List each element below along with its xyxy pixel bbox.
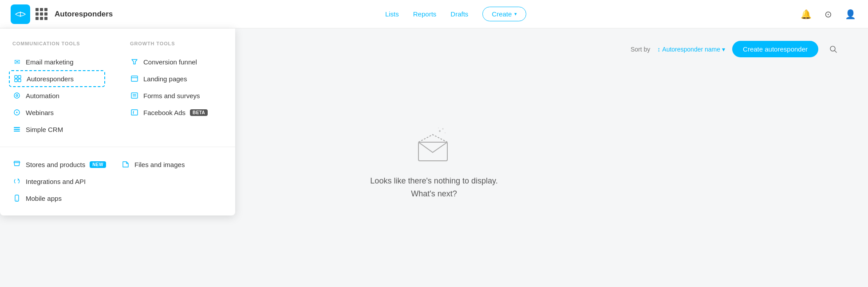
dropdown-top-section: COMMUNICATION TOOLS ✉ Email marketing Au… — [0, 41, 235, 147]
forms-surveys-icon — [130, 91, 139, 100]
empty-state-icon — [414, 127, 454, 164]
sort-icon: ↕ — [657, 46, 660, 53]
svg-rect-2 — [15, 79, 17, 82]
sort-chevron-icon: ▾ — [722, 46, 725, 53]
integrations-api-label: Integrations and API — [26, 178, 86, 185]
sort-by-label: Sort by — [631, 46, 650, 53]
nav-link-reports[interactable]: Reports — [413, 10, 437, 18]
menu-item-webinars[interactable]: Webinars — [12, 104, 105, 121]
files-images-icon — [121, 160, 130, 169]
facebook-ads-label: Facebook Ads — [143, 109, 185, 116]
svg-point-26 — [438, 128, 439, 128]
svg-rect-13 — [131, 93, 138, 98]
search-icon[interactable] — [825, 41, 841, 57]
svg-rect-8 — [14, 127, 20, 128]
bottom-left-col: Stores and products NEW Integrations and… — [9, 156, 118, 207]
landing-pages-label: Landing pages — [143, 75, 187, 83]
conversion-funnel-icon — [130, 57, 139, 66]
create-autoresponder-button[interactable]: Create autoresponder — [732, 41, 818, 57]
nav-link-lists[interactable]: Lists — [385, 10, 399, 18]
navbar-left: Autoresponders — [11, 4, 113, 24]
app-logo[interactable] — [11, 4, 30, 24]
communication-tools-label: COMMUNICATION TOOLS — [12, 41, 105, 46]
dropdown-bottom-section: Stores and products NEW Integrations and… — [0, 156, 235, 207]
menu-item-autoresponders[interactable]: Autoresponders — [9, 70, 105, 87]
simple-crm-label: Simple CRM — [26, 126, 63, 133]
mobile-apps-label: Mobile apps — [26, 195, 62, 202]
files-images-label: Files and images — [134, 161, 185, 168]
stores-products-label: Stores and products — [26, 161, 85, 168]
facebook-ads-icon: f — [130, 108, 139, 117]
svg-rect-0 — [15, 76, 17, 78]
menu-item-email-marketing[interactable]: ✉ Email marketing — [12, 53, 105, 70]
menu-item-mobile-apps[interactable]: Mobile apps — [12, 190, 114, 207]
webinars-label: Webinars — [26, 109, 54, 116]
svg-point-5 — [16, 95, 18, 96]
svg-point-25 — [445, 132, 446, 133]
menu-item-automation[interactable]: Automation — [12, 87, 105, 104]
chevron-down-icon: ▾ — [514, 11, 517, 17]
create-button-label: Create — [492, 10, 512, 18]
new-badge: NEW — [90, 161, 106, 168]
mobile-apps-icon — [12, 194, 21, 203]
svg-rect-9 — [14, 129, 20, 130]
sort-select[interactable]: ↕ Autoresponder name ▾ — [657, 46, 725, 53]
create-button[interactable]: Create ▾ — [482, 7, 526, 21]
svg-line-21 — [835, 51, 836, 52]
integrations-api-icon — [12, 177, 21, 186]
autoresponders-icon — [13, 74, 22, 83]
svg-text:f: f — [133, 111, 134, 115]
empty-state-title: Looks like there's nothing to display. W… — [370, 175, 497, 200]
svg-rect-10 — [14, 131, 20, 132]
menu-item-files-images[interactable]: Files and images — [121, 156, 223, 173]
communication-tools-col: COMMUNICATION TOOLS ✉ Email marketing Au… — [0, 41, 118, 138]
growth-tools-col: GROWTH TOOLS Conversion funnel Landing p… — [118, 41, 235, 138]
nav-link-drafts[interactable]: Drafts — [450, 10, 468, 18]
app-grid-icon[interactable] — [36, 8, 47, 20]
settings-icon[interactable]: ⊙ — [821, 7, 835, 21]
empty-state: Looks like there's nothing to display. W… — [370, 40, 497, 287]
svg-rect-3 — [18, 79, 21, 82]
menu-item-conversion-funnel[interactable]: Conversion funnel — [130, 53, 223, 70]
svg-rect-1 — [18, 76, 21, 78]
svg-point-23 — [439, 130, 441, 132]
svg-point-7 — [16, 112, 18, 113]
email-marketing-label: Email marketing — [26, 58, 74, 66]
navbar-title: Autoresponders — [55, 10, 113, 19]
dropdown-menu: COMMUNICATION TOOLS ✉ Email marketing Au… — [0, 28, 235, 215]
beta-badge: BETA — [190, 109, 208, 116]
navbar-right: 🔔 ⊙ 👤 — [799, 7, 857, 21]
navbar-center: Lists Reports Drafts Create ▾ — [113, 7, 799, 21]
menu-item-facebook-ads[interactable]: f Facebook Ads BETA — [130, 104, 223, 121]
menu-item-integrations-api[interactable]: Integrations and API — [12, 173, 114, 190]
autoresponders-label: Autoresponders — [27, 75, 74, 83]
empty-line2: What's next? — [370, 187, 497, 200]
empty-line1: Looks like there's nothing to display. — [370, 175, 497, 187]
stores-products-icon — [12, 160, 21, 169]
account-icon[interactable]: 👤 — [843, 7, 857, 21]
svg-rect-11 — [131, 76, 138, 81]
forms-surveys-label: Forms and surveys — [143, 92, 200, 100]
landing-pages-icon — [130, 74, 139, 83]
svg-point-20 — [830, 46, 835, 51]
webinars-icon — [12, 108, 21, 117]
top-navbar: Autoresponders Lists Reports Drafts Crea… — [0, 0, 868, 28]
svg-point-24 — [442, 128, 444, 129]
growth-tools-label: GROWTH TOOLS — [130, 41, 223, 46]
email-icon: ✉ — [12, 57, 21, 66]
menu-item-stores-products[interactable]: Stores and products NEW — [12, 156, 114, 173]
menu-item-landing-pages[interactable]: Landing pages — [130, 70, 223, 87]
menu-item-forms-surveys[interactable]: Forms and surveys — [130, 87, 223, 104]
notifications-icon[interactable]: 🔔 — [799, 7, 813, 21]
conversion-funnel-label: Conversion funnel — [143, 58, 197, 66]
sort-option-label: Autoresponder name — [662, 46, 720, 53]
automation-icon — [12, 91, 21, 100]
menu-item-simple-crm[interactable]: Simple CRM — [12, 121, 105, 138]
automation-label: Automation — [26, 92, 59, 100]
simple-crm-icon — [12, 125, 21, 134]
svg-point-4 — [14, 93, 20, 98]
bottom-right-col: Files and images — [118, 156, 226, 207]
svg-point-19 — [16, 200, 17, 201]
